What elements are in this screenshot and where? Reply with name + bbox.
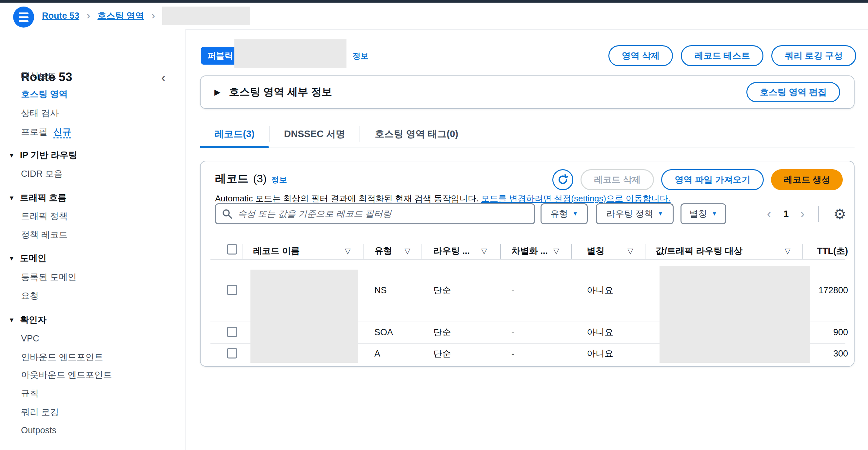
sidebar-item-outposts[interactable]: Outposts: [21, 424, 56, 437]
column-header-value[interactable]: 값/트래픽 라우팅 대상: [656, 245, 743, 257]
configure-query-logging-button[interactable]: 쿼리 로깅 구성: [771, 45, 856, 66]
sidebar-item-outbound-endpoints[interactable]: 아웃바운드 엔드포인트: [21, 368, 112, 382]
record-filter-input[interactable]: [237, 209, 528, 219]
differentiator-cell: -: [512, 285, 514, 296]
sidebar-section-traffic-flow[interactable]: ▼트래픽 흐름: [8, 191, 66, 204]
new-badge[interactable]: 신규: [54, 127, 71, 139]
sidebar-item-label: 프로필: [21, 127, 48, 137]
alias-cell: 아니요: [587, 327, 613, 338]
caret-down-icon: ▼: [572, 211, 578, 217]
row-checkbox[interactable]: [227, 327, 237, 337]
routing-policy-cell: 단순: [433, 348, 451, 359]
filter-routing-policy-dropdown[interactable]: 라우팅 정책 ▼: [596, 203, 674, 224]
sort-icon[interactable]: ▽: [481, 246, 487, 256]
column-divider: [645, 244, 645, 259]
pagination-page-1[interactable]: 1: [778, 203, 794, 224]
filter-mode-description: Automatic 모드는 최상의 필터 결과에 최적화된 현재 검색 동작입니…: [215, 193, 671, 204]
zone-info-link[interactable]: 정보: [353, 51, 368, 61]
sidebar-collapse-icon[interactable]: ‹: [161, 71, 165, 85]
mode-text: Automatic 모드는 최상의 필터 결과에 최적화된 현재 검색 동작입니…: [215, 193, 479, 203]
tab-label: 레코드(3): [214, 128, 254, 141]
breadcrumb-route53-link[interactable]: Route 53: [42, 11, 79, 21]
sidebar-item-query-logging[interactable]: 쿼리 로깅: [21, 406, 59, 419]
expand-triangle-icon[interactable]: ▶: [214, 88, 220, 97]
sidebar-item-rules[interactable]: 규칙: [21, 387, 39, 400]
sidebar-item-health-checks[interactable]: 상태 검사: [21, 107, 59, 120]
tab-records[interactable]: 레코드(3): [200, 120, 269, 148]
column-divider: [500, 244, 501, 259]
select-all-checkbox[interactable]: [227, 244, 237, 254]
column-header-routing-policy[interactable]: 라우팅 ...: [433, 245, 470, 257]
search-icon: [222, 209, 232, 219]
sidebar-section-ip-routing[interactable]: ▼IP 기반 라우팅: [8, 149, 78, 162]
sidebar-item-inbound-endpoints[interactable]: 인바운드 엔드포인트: [21, 351, 103, 364]
settings-mode-link[interactable]: 모드를 변경하려면 설정(settings)으로 이동합니다.: [481, 193, 671, 203]
column-header-type[interactable]: 유형: [374, 245, 392, 257]
row-checkbox[interactable]: [227, 348, 237, 359]
table-header-divider: [211, 259, 845, 260]
sidebar-section-domains[interactable]: ▼도메인: [8, 251, 46, 265]
records-title-text: 레코드: [215, 171, 248, 186]
differentiator-cell: -: [512, 327, 514, 338]
column-header-record-name[interactable]: 레코드 이름: [253, 245, 300, 257]
caret-down-icon: ▼: [657, 211, 663, 217]
filter-alias-dropdown[interactable]: 별칭 ▼: [681, 203, 726, 224]
sidebar-item-policy-records[interactable]: 정책 레코드: [21, 228, 68, 241]
zone-name-redacted: [235, 39, 346, 68]
breadcrumb-hosted-zones-link[interactable]: 호스팅 영역: [97, 10, 144, 22]
sidebar-section-resolver[interactable]: ▼확인자: [8, 313, 46, 326]
column-header-differentiator[interactable]: 차별화 ...: [512, 245, 548, 257]
hosted-zone-details-panel: ▶ 호스팅 영역 세부 정보 호스팅 영역 편집: [200, 76, 855, 109]
filter-type-dropdown[interactable]: 유형 ▼: [540, 203, 588, 224]
refresh-button[interactable]: [552, 169, 573, 190]
row-checkbox[interactable]: [227, 285, 237, 295]
record-filter-box: [215, 203, 535, 224]
details-panel-title[interactable]: 호스팅 영역 세부 정보: [229, 85, 332, 99]
records-info-link[interactable]: 정보: [271, 175, 287, 185]
test-record-button[interactable]: 레코드 테스트: [681, 45, 764, 66]
sort-icon[interactable]: ▽: [553, 246, 559, 256]
breadcrumb-zone-name-redacted: [162, 6, 250, 25]
records-panel: 레코드 (3) 정보 레코드 삭제 영역 파일 가져오기 레코드 생성 Auto…: [200, 161, 855, 367]
sidebar-item-cidr-collections[interactable]: CIDR 모음: [21, 167, 63, 180]
breadcrumb-bar: Route 53 › 호스팅 영역 ›: [0, 3, 868, 30]
edit-hosted-zone-button[interactable]: 호스팅 영역 편집: [746, 82, 840, 102]
column-header-alias[interactable]: 별칭: [587, 245, 604, 257]
sidebar-item-profiles[interactable]: 프로필신규: [21, 125, 71, 139]
sidebar-section-label: 트래픽 흐름: [20, 193, 67, 203]
sort-icon[interactable]: ▽: [345, 246, 351, 256]
sort-icon[interactable]: ▽: [785, 246, 790, 256]
sidebar-item-hosted-zones[interactable]: 호스팅 영역: [21, 88, 68, 101]
settings-gear-icon[interactable]: ⚙: [830, 203, 850, 224]
alias-cell: 아니요: [587, 348, 613, 359]
pagination-prev-icon[interactable]: ‹: [763, 203, 776, 224]
tab-zone-tags[interactable]: 호스팅 영역 태그(0): [360, 120, 473, 148]
sidebar-item-dashboard[interactable]: 대시보드: [21, 69, 56, 82]
delete-record-button[interactable]: 레코드 삭제: [581, 169, 654, 190]
caret-down-icon: ▼: [8, 152, 15, 159]
record-name-redacted: [250, 270, 358, 363]
record-type-cell: NS: [374, 285, 387, 296]
sidebar-item-traffic-policies[interactable]: 트래픽 정책: [21, 210, 68, 223]
tab-dnssec[interactable]: DNSSEC 서명: [270, 120, 360, 148]
sort-icon[interactable]: ▽: [404, 246, 410, 256]
pagination-next-icon[interactable]: ›: [796, 203, 809, 224]
column-divider: [571, 244, 572, 259]
sidebar-item-vpc[interactable]: VPC: [21, 332, 39, 345]
record-type-cell: A: [374, 348, 380, 359]
sort-icon[interactable]: ▽: [627, 246, 633, 256]
create-record-button[interactable]: 레코드 생성: [771, 169, 843, 190]
tab-label: 호스팅 영역 태그(0): [375, 128, 458, 141]
sidebar-item-registered-domains[interactable]: 등록된 도메인: [21, 271, 77, 284]
caret-down-icon: ▼: [8, 194, 15, 201]
column-divider: [802, 244, 803, 259]
tab-bar: 레코드(3) DNSSEC 서명 호스팅 영역 태그(0): [200, 120, 855, 148]
import-zone-file-button[interactable]: 영역 파일 가져오기: [661, 169, 764, 190]
sidebar-item-requests[interactable]: 요청: [21, 289, 39, 302]
records-count: (3): [253, 172, 267, 185]
hamburger-menu-icon[interactable]: [13, 6, 34, 28]
delete-zone-button[interactable]: 영역 삭제: [609, 45, 673, 66]
routing-policy-cell: 단순: [433, 327, 451, 338]
sidebar-section-label: 도메인: [20, 253, 46, 263]
toolbar-divider: [818, 206, 819, 222]
